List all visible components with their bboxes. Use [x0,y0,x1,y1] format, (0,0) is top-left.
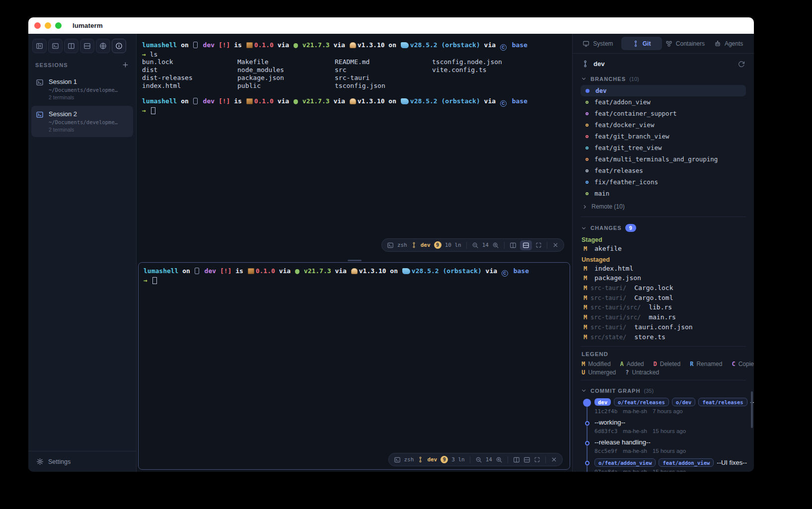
changed-file-row[interactable]: Mindex.html [581,265,746,275]
remote-section-header[interactable]: Remote (10) [581,199,746,213]
terminal-icon [36,111,44,119]
zoom-out-button[interactable] [472,242,479,249]
status-branch-name: dev [421,242,431,248]
ref-badge: dev [594,398,611,406]
branch-dot-icon [586,169,589,172]
commit-item[interactable]: --release handling--8cc5e9fma-he-sh15 ho… [581,438,746,454]
git-branch-icon [417,456,424,463]
changed-file-row[interactable]: Msrc-tauri/src/lib.rs [581,303,746,313]
commit-dot-icon [583,399,591,407]
changed-file-row[interactable]: Msrc-tauri/src/main.rs [581,313,746,323]
commit-item[interactable]: devo/feat/releaseso/devfeat/releases--pa… [581,398,746,415]
git-panel: SystemGitContainersAgents dev BRANCHES (… [572,34,754,472]
shell-input-line[interactable]: → [144,277,565,285]
legend-item: DDeleted [654,361,681,367]
settings-label: Settings [48,458,71,465]
terminal-output-1: lumashell on dev [!] is 0.1.0 via v21.7.… [142,41,566,115]
commit-graph-section-header[interactable]: COMMIT GRAPH (35) [581,384,746,397]
branch-dot-icon [586,112,589,115]
legend-item: AAdded [620,361,644,367]
fullscreen-button[interactable] [535,242,542,248]
commit-item[interactable]: o/feat/addon_viewfeat/addon_view--UI fix… [581,458,746,472]
branch-item[interactable]: feat/docker_view [581,119,746,131]
session-item[interactable]: Session 2~/Documents/developme…2 termina… [31,106,133,137]
commit-graph-count: (35) [644,388,654,394]
node-icon [294,43,298,48]
network-button[interactable] [96,39,110,53]
new-terminal-button[interactable] [48,39,63,53]
close-pane-button[interactable] [551,456,557,463]
branch-item[interactable]: main [581,188,746,199]
changed-file-row[interactable]: Msrc/state/store.ts [581,333,746,343]
fullscreen-button[interactable] [534,456,540,463]
changed-file-row[interactable]: Msrc-tauri/Cargo.lock [581,284,746,294]
zoom-in-icon [496,456,503,463]
branches-section-header[interactable]: BRANCHES (10) [581,72,746,85]
branch-dot-icon [586,146,589,149]
split-vertical-button[interactable] [510,242,517,249]
branch-dot-icon [586,158,589,161]
branches-count: (10) [629,76,639,82]
settings-button[interactable]: Settings [28,451,136,472]
tab-system[interactable]: System [578,37,618,50]
chevron-down-icon [581,225,587,231]
scrollbar-thumb[interactable] [751,391,753,428]
split-vertical-button[interactable] [513,456,520,463]
changed-file-row[interactable]: Mpackage.json [581,274,746,284]
branch-item[interactable]: feat/multi_terminals_and_grouping [581,153,746,165]
tab-containers[interactable]: Containers [665,37,706,50]
zoom-in-button[interactable] [496,456,503,463]
commit-graph-label: COMMIT GRAPH [591,388,641,394]
branch-item[interactable]: dev [581,85,746,96]
close-window-button[interactable] [34,22,41,29]
split-horizontal-button[interactable] [523,456,530,463]
changed-file-row[interactable]: Msrc-tauri/Cargo.toml [581,294,746,304]
window-title: lumaterm [73,22,103,29]
staged-label: Staged [581,235,746,245]
branches-label: BRANCHES [591,76,626,82]
minimize-window-button[interactable] [45,22,51,29]
branch-item[interactable]: feat/git_branch_view [581,131,746,142]
changes-section-header[interactable]: CHANGES 9 [581,220,746,235]
commit-item[interactable]: --working--6d83fc3ma-he-sh15 hours ago [581,419,746,435]
split-vertical-button[interactable] [64,39,78,53]
tab-agents[interactable]: Agents [708,37,749,50]
node-icon [294,99,298,104]
zoom-window-button[interactable] [55,22,62,29]
git-branch-icon [411,242,417,248]
terminal-pane-2[interactable]: lumashell on dev [!] is 0.1.0 via v21.7.… [138,262,570,470]
split-horizontal-button[interactable] [520,240,532,250]
branch-item[interactable]: feat/releases [581,165,746,176]
split-horizontal-button[interactable] [80,39,94,53]
tofu-icon [193,42,198,48]
ref-badge: feat/addon_view [659,458,714,467]
node-icon [295,269,299,274]
font-size-value: 14 [482,242,489,248]
chevron-down-icon [581,75,587,82]
changed-file-row[interactable]: Makefile [581,245,746,255]
shell-name: zsh [397,242,407,248]
info-button[interactable] [112,39,126,53]
branch-item[interactable]: fix/feather_icons [581,176,746,188]
pane-resize-handle[interactable] [137,258,572,262]
containers-icon [665,40,672,47]
zoom-out-button[interactable] [475,456,482,463]
refresh-button[interactable] [738,61,745,68]
chevron-down-icon [581,387,587,394]
terminal-pane-1[interactable]: lumashell on dev [!] is 0.1.0 via v21.7.… [137,34,572,258]
add-session-button[interactable] [122,61,129,69]
shell-input-line[interactable]: → [142,107,566,115]
collapse-sidebar-button[interactable] [32,39,47,53]
zoom-in-button[interactable] [492,242,499,249]
commit-dot-icon [585,441,590,445]
session-item[interactable]: Session 1~/Documents/developme…2 termina… [31,73,133,105]
branch-item[interactable]: feat/git_tree_view [581,142,746,153]
tab-git[interactable]: Git [621,37,662,50]
sidebar: SESSIONS Session 1~/Documents/developme…… [28,34,137,472]
changed-file-row[interactable]: Msrc-tauri/tauri.conf.json [581,323,746,333]
close-pane-button[interactable] [552,242,559,248]
git-panel-content: dev BRANCHES (10) devfeat/addon_viewfeat… [573,54,754,472]
branch-item[interactable]: feat/addon_view [581,96,746,108]
panel-tabs: SystemGitContainersAgents [573,34,754,54]
branch-item[interactable]: feat/container_support [581,108,746,119]
